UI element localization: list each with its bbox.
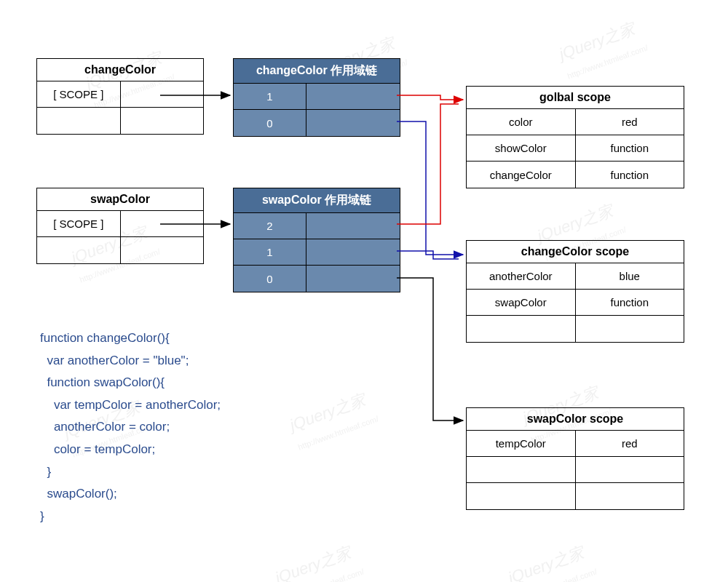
code-line: function swapColor(){ (40, 372, 221, 394)
arrow (397, 95, 463, 100)
scope-table-title: changeColor scope (467, 241, 684, 263)
arrow (397, 278, 463, 420)
scope-chain-title: swapColor 作用域链 (234, 188, 400, 213)
scope-prop-key: swapColor (467, 290, 576, 315)
scope-prop-val: blue (576, 263, 684, 289)
code-snippet: function changeColor(){ var anotherColor… (40, 327, 221, 527)
watermark: jQuery之家http://www.htmleaf.com/ (272, 540, 366, 582)
code-line: anotherColor = color; (40, 416, 221, 439)
scope-label: [ SCOPE ] (37, 211, 121, 236)
function-box-swapcolor: swapColor [ SCOPE ] (36, 188, 204, 264)
scope-prop-key (467, 316, 576, 342)
code-line: var tempColor = anotherColor; (40, 394, 221, 417)
scope-prop-key: changeColor (467, 162, 576, 188)
scope-prop-key (467, 457, 576, 482)
scope-prop-key (467, 483, 576, 509)
scope-chain-index: 0 (234, 266, 306, 292)
scope-chain-swapcolor: swapColor 作用域链 2 1 0 (233, 188, 400, 292)
scope-prop-key: anotherColor (467, 263, 576, 289)
scope-prop-val: red (576, 109, 684, 135)
scope-table-global: golbal scope colorred showColorfunction … (466, 86, 684, 188)
scope-table-title: swapColor scope (467, 408, 684, 431)
scope-table-title: golbal scope (467, 87, 684, 109)
function-box-title: changeColor (37, 59, 203, 81)
scope-table-changecolor: changeColor scope anotherColorblue swapC… (466, 240, 684, 343)
code-line: function changeColor(){ (40, 327, 221, 350)
scope-prop-val: function (576, 290, 684, 315)
code-line: } (40, 506, 221, 528)
code-line: var anotherColor = "blue"; (40, 350, 221, 372)
watermark: jQuery之家http://www.htmleaf.com/ (287, 387, 381, 455)
function-box-changecolor: changeColor [ SCOPE ] (36, 58, 204, 135)
scope-table-swapcolor: swapColor scope tempColorred (466, 407, 684, 510)
scope-prop-val: function (576, 162, 684, 188)
watermark: jQuery之家http://www.htmleaf.com/ (556, 16, 650, 84)
scope-prop-key: tempColor (467, 431, 576, 456)
watermark: jQuery之家http://www.htmleaf.com/ (505, 540, 599, 582)
scope-label: [ SCOPE ] (37, 81, 121, 107)
code-line: swapColor(); (40, 483, 221, 506)
scope-prop-val: function (576, 135, 684, 161)
scope-prop-key: color (467, 109, 576, 135)
arrow (397, 104, 459, 224)
scope-chain-title: changeColor 作用域链 (234, 59, 400, 84)
scope-prop-val (576, 483, 684, 509)
arrow (397, 251, 459, 259)
function-box-title: swapColor (37, 188, 203, 211)
scope-prop-val (576, 457, 684, 482)
scope-chain-index: 1 (234, 84, 306, 109)
scope-chain-index: 0 (234, 110, 306, 136)
arrow (397, 121, 463, 255)
scope-chain-changecolor: changeColor 作用域链 1 0 (233, 58, 400, 137)
scope-prop-val (576, 316, 684, 342)
scope-prop-key: showColor (467, 135, 576, 161)
code-line: color = tempColor; (40, 439, 221, 461)
scope-prop-val: red (576, 431, 684, 456)
scope-chain-index: 2 (234, 213, 306, 239)
scope-chain-index: 1 (234, 239, 306, 265)
code-line: } (40, 461, 221, 484)
